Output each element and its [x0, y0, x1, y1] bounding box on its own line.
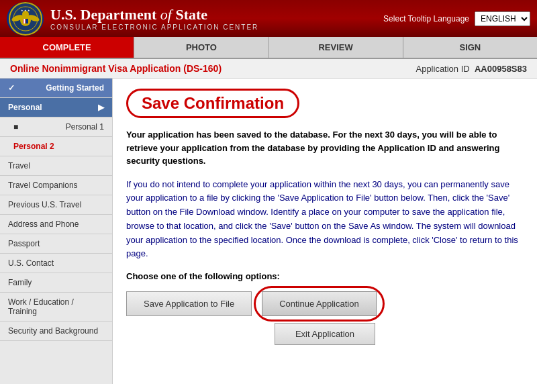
- choose-options-label: Choose one of the following options:: [126, 271, 524, 281]
- nav-tabs: COMPLETE PHOTO REVIEW SIGN: [0, 37, 537, 59]
- sidebar-item-address-phone[interactable]: Address and Phone: [0, 215, 112, 234]
- tab-photo[interactable]: PHOTO: [134, 37, 268, 58]
- svg-rect-8: [26, 19, 28, 23]
- tab-sign[interactable]: SIGN: [403, 37, 537, 58]
- sidebar-item-prev-travel[interactable]: Previous U.S. Travel: [0, 195, 112, 215]
- language-select[interactable]: ENGLISH: [475, 11, 530, 26]
- app-id-area: Application ID AA00958S83: [416, 64, 527, 74]
- svg-rect-7: [23, 19, 26, 23]
- save-to-file-button[interactable]: Save Application to File: [126, 291, 252, 316]
- app-id-label: Application ID: [416, 64, 469, 74]
- sidebar-item-security-background[interactable]: Security and Background: [0, 322, 112, 341]
- action-buttons: Save Application to File Continue Applic…: [126, 291, 524, 316]
- app-title: Online Nonimmigrant Visa Application (DS…: [10, 63, 222, 74]
- app-title-bar: Online Nonimmigrant Visa Application (DS…: [0, 59, 537, 79]
- tooltip-language-label: Select Tooltip Language: [383, 14, 469, 23]
- exit-application-button[interactable]: Exit Application: [275, 323, 375, 345]
- sidebar-item-personal[interactable]: Personal ▶: [0, 98, 112, 117]
- arrow-icon: ▶: [98, 103, 104, 112]
- sidebar-item-personal2[interactable]: Personal 2: [0, 137, 112, 156]
- continue-circle-decoration: Continue Application: [262, 291, 377, 316]
- bold-paragraph: Your application has been saved to the d…: [126, 128, 524, 168]
- tab-review[interactable]: REVIEW: [269, 37, 403, 58]
- sidebar-item-us-contact[interactable]: U.S. Contact: [0, 254, 112, 273]
- sidebar-item-family[interactable]: Family: [0, 273, 112, 293]
- app-id-value: AA00958S83: [475, 64, 527, 74]
- dept-subtitle: CONSULAR ELECTRONIC APPLICATION CENTER: [50, 23, 383, 31]
- info-paragraph: If you do not intend to complete your ap…: [126, 178, 524, 262]
- sidebar-item-getting-started[interactable]: ✓ Getting Started: [0, 79, 112, 98]
- svg-text:★ ★ ★: ★ ★ ★: [20, 9, 30, 12]
- department-seal: ★ ★ ★: [7, 2, 44, 36]
- header-text: U.S. Department of State CONSULAR ELECTR…: [50, 6, 383, 31]
- content-area: Save Confirmation Your application has b…: [113, 79, 537, 384]
- sidebar-item-travel[interactable]: Travel: [0, 156, 112, 176]
- check-icon: ✓: [8, 83, 15, 93]
- header: ★ ★ ★ U.S. Department of State CONSULAR …: [0, 0, 537, 37]
- continue-application-button[interactable]: Continue Application: [262, 291, 377, 316]
- sidebar-item-personal1[interactable]: ■ Personal 1: [0, 117, 112, 137]
- tab-complete[interactable]: COMPLETE: [0, 37, 134, 58]
- main-layout: ✓ Getting Started Personal ▶ ■ Personal …: [0, 79, 537, 384]
- exit-row: Exit Application: [126, 323, 524, 345]
- sidebar-item-passport[interactable]: Passport: [0, 234, 112, 254]
- save-confirmation-title: Save Confirmation: [126, 89, 299, 118]
- sidebar-item-travel-companions[interactable]: Travel Companions: [0, 176, 112, 195]
- sidebar: ✓ Getting Started Personal ▶ ■ Personal …: [0, 79, 113, 384]
- dept-name: U.S. Department of State: [50, 6, 383, 23]
- bullet-icon: ■: [13, 122, 18, 132]
- sidebar-item-work-education[interactable]: Work / Education / Training: [0, 293, 112, 322]
- language-selector-area: Select Tooltip Language ENGLISH: [383, 11, 530, 26]
